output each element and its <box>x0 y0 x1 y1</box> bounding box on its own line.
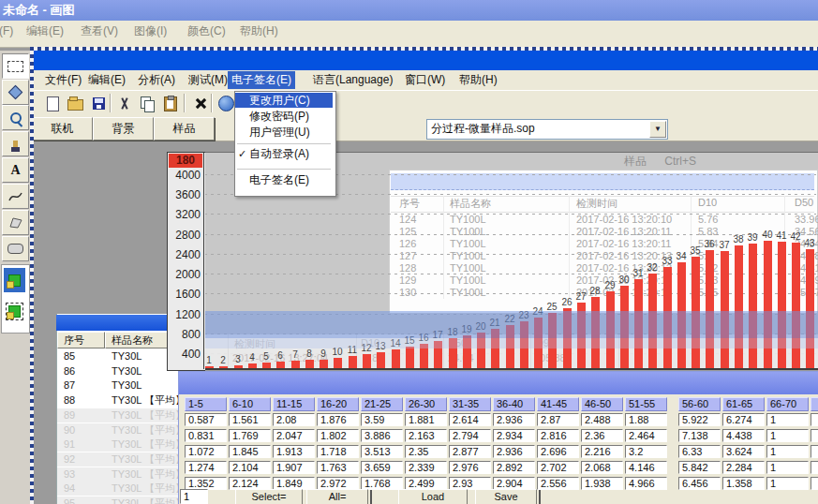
list-row-94[interactable]: 94TY30L 【平均】 <box>57 482 178 496</box>
sample-row-124-c0[interactable]: 124 <box>399 214 416 226</box>
sample-row-129-c1[interactable]: TY100L <box>450 274 486 287</box>
dist-cell-r3-c9[interactable]: 2.068 <box>581 461 623 474</box>
sample-row-125-c2[interactable]: 2017-02-16 13:20:11 <box>576 226 671 238</box>
sample-row-124-c2[interactable]: 2017-02-16 13:20:10 <box>576 214 672 226</box>
dist-cell-r3-c14[interactable] <box>811 461 818 474</box>
delete-button[interactable] <box>190 95 209 112</box>
sop-combobox[interactable]: 分过程-微量样品.sop ▼ <box>426 119 668 140</box>
dist-cell-r0-c8[interactable]: 2.87 <box>537 413 579 426</box>
dist-cell-r3-c2[interactable]: 1.907 <box>273 461 315 474</box>
paste-button[interactable] <box>161 95 180 112</box>
dist-cell-r2-c10[interactable]: 3.2 <box>625 445 667 458</box>
dist-cell-r1-c10[interactable]: 2.464 <box>625 429 667 442</box>
dist-cell-r0-c4[interactable]: 3.59 <box>361 413 403 426</box>
dist-cell-r2-c2[interactable]: 1.913 <box>273 445 315 458</box>
dist-cell-r2-c6[interactable]: 2.877 <box>449 445 491 458</box>
dist-cell-r1-c5[interactable]: 2.163 <box>405 429 447 442</box>
dist-cell-r2-c11[interactable]: 6.33 <box>678 445 721 458</box>
dist-cell-r0-c5[interactable]: 1.881 <box>405 413 447 426</box>
list-row-89[interactable]: 89TY30L 【平均】 <box>57 408 178 422</box>
dist-cell-r4-c8[interactable]: 2.556 <box>537 477 579 490</box>
dist-cell-r3-c3[interactable]: 1.763 <box>317 461 359 474</box>
list-row-85[interactable]: 85TY30L <box>57 349 178 363</box>
footer-button-All[interactable]: All= <box>306 489 368 504</box>
list-row-95[interactable]: 95TY30L 【平均】 <box>57 497 178 504</box>
footer-button-Load[interactable]: Load <box>398 489 468 504</box>
sample-row-126-c2[interactable]: 2017-02-16 13:20:11 <box>576 238 671 250</box>
new-button[interactable] <box>43 95 62 112</box>
dist-cell-r3-c1[interactable]: 2.104 <box>229 461 271 474</box>
footer-button-Save[interactable]: Save <box>475 489 537 504</box>
popup-item-6[interactable]: 电子签名(E) <box>235 172 333 187</box>
app-menu-6[interactable]: 窗口(W) <box>401 71 449 89</box>
dist-cell-r0-c11[interactable]: 5.922 <box>678 413 721 426</box>
dist-cell-r1-c3[interactable]: 1.802 <box>317 429 359 442</box>
list-row-86[interactable]: 86TY30L <box>57 364 178 378</box>
dist-cell-r0-c1[interactable]: 1.561 <box>229 413 271 426</box>
dist-cell-r4-c13[interactable]: 1 <box>766 477 809 490</box>
sample-row-125-c0[interactable]: 125 <box>399 226 416 238</box>
sample-row-124-c1[interactable]: TY100L <box>450 214 486 226</box>
dist-cell-r1-c0[interactable]: 0.831 <box>185 429 227 442</box>
dist-cell-r1-c6[interactable]: 2.794 <box>449 429 491 442</box>
dist-cell-r3-c5[interactable]: 2.339 <box>405 461 447 474</box>
dist-cell-r2-c13[interactable]: 1 <box>766 445 809 458</box>
app-menu-4[interactable]: 电子签名(E) <box>228 71 295 89</box>
dist-cell-r4-c2[interactable]: 1.849 <box>273 477 315 490</box>
dist-cell-r2-c5[interactable]: 2.35 <box>405 445 447 458</box>
dist-cell-r1-c11[interactable]: 7.138 <box>678 429 721 442</box>
copy-button[interactable] <box>138 95 156 112</box>
dist-cell-r2-c12[interactable]: 3.624 <box>722 445 765 458</box>
dist-cell-r4-c10[interactable]: 4.966 <box>625 477 667 490</box>
dist-cell-r1-c13[interactable]: 1 <box>766 429 809 442</box>
dist-cell-r2-c7[interactable]: 2.936 <box>493 445 535 458</box>
cut-button[interactable] <box>115 95 134 112</box>
sample-row-124-c4[interactable]: 33.96 <box>795 214 818 226</box>
dist-cell-r4-c0[interactable]: 1.352 <box>185 477 227 490</box>
dist-cell-r2-c9[interactable]: 2.216 <box>581 445 623 458</box>
dist-cell-r4-c1[interactable]: 2.124 <box>229 477 271 490</box>
sample-row-127-c0[interactable]: 127 <box>399 250 416 262</box>
sample-row-125-c3[interactable]: 5.83 <box>698 226 718 238</box>
dist-cell-r1-c9[interactable]: 2.36 <box>581 429 623 442</box>
dist-cell-r0-c13[interactable]: 1 <box>766 413 809 426</box>
dist-cell-r4-c12[interactable]: 1.358 <box>722 477 765 490</box>
app-menu-7[interactable]: 帮助(H) <box>455 71 501 89</box>
list-row-90[interactable]: 90TY30L 【平均】 <box>57 423 178 437</box>
tool-polygon-button[interactable] <box>2 210 29 235</box>
paint-menu-0[interactable]: 文件(F) <box>0 22 16 39</box>
dist-cell-r3-c7[interactable]: 2.892 <box>493 461 535 474</box>
dist-cell-r1-c7[interactable]: 2.934 <box>493 429 535 442</box>
tool-curve-button[interactable] <box>2 184 29 209</box>
option-cube[interactable] <box>4 299 25 323</box>
dist-cell-r1-c1[interactable]: 1.769 <box>229 429 271 442</box>
paint-menu-5[interactable]: 帮助(H) <box>237 22 281 39</box>
sample-row-125-c1[interactable]: TY100L <box>450 226 486 238</box>
dist-cell-r0-c0[interactable]: 0.587 <box>185 413 227 426</box>
app-menu-1[interactable]: 编辑(E) <box>84 71 129 89</box>
open-button[interactable] <box>66 95 84 112</box>
paint-menu-2[interactable]: 查看(V) <box>78 22 121 39</box>
dist-cell-r1-c12[interactable]: 4.438 <box>722 429 765 442</box>
dist-cell-r4-c6[interactable]: 2.93 <box>449 477 491 490</box>
user-button[interactable] <box>216 95 235 112</box>
dist-cell-r0-c2[interactable]: 2.08 <box>273 413 315 426</box>
popup-item-4[interactable]: ✓自动登录(A) <box>235 146 333 161</box>
count-input[interactable] <box>180 489 208 504</box>
dist-cell-r4-c7[interactable]: 2.904 <box>493 477 535 490</box>
tool-magnifier-button[interactable] <box>2 105 29 130</box>
dist-cell-r0-c10[interactable]: 1.88 <box>625 413 667 426</box>
dist-cell-r4-c9[interactable]: 1.938 <box>581 477 623 490</box>
popup-item-0[interactable]: 更改用户(C) <box>235 93 333 108</box>
footer-button-Select[interactable]: Select= <box>235 489 303 504</box>
dist-cell-r0-c12[interactable]: 6.274 <box>722 413 765 426</box>
dist-cell-r4-c14[interactable] <box>811 477 818 490</box>
dist-cell-r1-c2[interactable]: 2.047 <box>273 429 315 442</box>
dist-cell-r0-c14[interactable] <box>811 413 818 426</box>
dist-cell-r0-c7[interactable]: 2.936 <box>493 413 535 426</box>
dist-cell-r1-c14[interactable] <box>811 429 818 442</box>
dist-cell-r4-c5[interactable]: 2.499 <box>405 477 447 490</box>
dist-cell-r0-c9[interactable]: 2.488 <box>581 413 623 426</box>
list-row-93[interactable]: 93TY30L 【平均】 <box>57 467 178 482</box>
dist-cell-r3-c13[interactable]: 1 <box>766 461 809 474</box>
